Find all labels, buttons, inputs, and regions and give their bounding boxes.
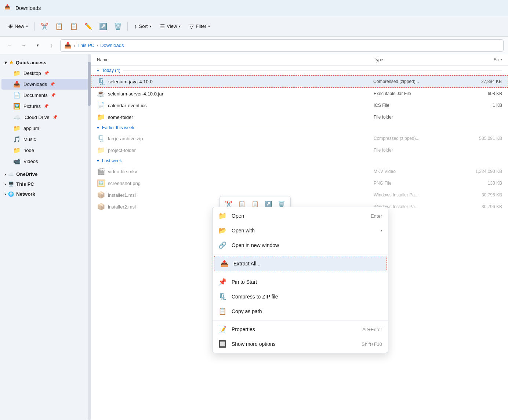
pin-icon: 📌 — [44, 71, 49, 76]
file-label-png: screenshot.png — [108, 181, 141, 186]
file-size-png: 130 KB — [447, 181, 502, 186]
up-button[interactable]: ↑ — [46, 40, 57, 51]
delete-button[interactable]: 🗑️ — [111, 20, 124, 33]
paste-button[interactable]: 📋 — [67, 20, 80, 33]
rename-button[interactable]: ✏️ — [82, 20, 95, 33]
context-menu-newwindow[interactable]: 🔗 Open in new window — [213, 238, 388, 253]
breadcrumb-downloads[interactable]: Downloads — [100, 43, 124, 48]
file-size-ics: 1 KB — [447, 103, 502, 108]
folder2-icon: 📁 — [97, 146, 105, 154]
new-button[interactable]: ⊕ New ▾ — [4, 21, 32, 32]
section-earlier[interactable]: ▾ Earlier this week — [91, 123, 508, 133]
file-type-png: PNG File — [374, 181, 447, 186]
sort-button[interactable]: ↕ Sort ▾ — [131, 21, 155, 31]
copypath-label: Copy as path — [232, 308, 382, 314]
sidebar-section-quickaccess[interactable]: ▾ ★ Quick access — [1, 58, 89, 67]
context-menu-divider-3 — [213, 320, 388, 321]
view-label: View — [167, 23, 177, 29]
column-type[interactable]: Type — [374, 57, 447, 62]
breadcrumb-thispc[interactable]: This PC — [77, 43, 94, 48]
copy-button[interactable]: 📋 — [52, 20, 66, 33]
section-line — [123, 70, 502, 71]
file-row-ics[interactable]: 📄 calendar-event.ics ICS File 1 KB — [91, 99, 508, 111]
compress-icon: 🗜️ — [218, 293, 226, 301]
file-row-mkv[interactable]: 🎬 video-file.mkv MKV Video 1,324,090 KB — [91, 166, 508, 177]
openwith-arrow: › — [381, 228, 382, 233]
section-today-chevron: ▾ — [97, 68, 99, 73]
sidebar-section-onedrive[interactable]: › ☁️ OneDrive — [1, 170, 89, 179]
file-row-folder2[interactable]: 📁 project-folder File folder — [91, 144, 508, 156]
context-menu-openwith[interactable]: 📂 Open with › — [213, 223, 388, 238]
sidebar-item-icloud[interactable]: ☁️ iCloud Drive 📌 — [1, 112, 89, 123]
sidebar-section-thispc[interactable]: › 🖥️ This PC — [1, 180, 89, 189]
context-menu-properties[interactable]: 📝 Properties Alt+Enter — [213, 322, 388, 337]
file-row-selenium-zip[interactable]: 🗜️ selenium-java-4.10.0 Compressed (zipp… — [91, 75, 508, 88]
sidebar-item-node[interactable]: 📁 node — [1, 145, 89, 156]
sidebar-item-downloads[interactable]: 📥 Downloads 📌 — [1, 79, 89, 90]
context-menu-moreoptions[interactable]: 🔲 Show more options Shift+F10 — [213, 337, 388, 351]
context-menu-compress[interactable]: 🗜️ Compress to ZIP file — [213, 289, 388, 304]
chevron-right-icon-onedrive: › — [4, 171, 6, 177]
documents-icon: 📄 — [13, 92, 21, 99]
scrollbar-track[interactable] — [88, 54, 91, 420]
section-today[interactable]: ▾ Today (4) — [91, 66, 508, 75]
file-size-jar: 608 KB — [447, 91, 502, 96]
file-size-msi1: 30,796 KB — [447, 192, 502, 198]
sidebar-label-downloads: Downloads — [23, 82, 47, 87]
context-menu: 📁 Open Enter 📂 Open with › 🔗 Open in new… — [212, 207, 388, 353]
sidebar-label-thispc: This PC — [16, 181, 34, 187]
png-icon: 🖼️ — [97, 179, 105, 187]
file-row-folder1[interactable]: 📁 some-folder File folder — [91, 111, 508, 123]
section-line-3 — [125, 161, 502, 161]
folder-icon: 📁 — [13, 70, 21, 77]
file-label-mkv: video-file.mkv — [108, 169, 137, 174]
jar-icon: ☕ — [97, 90, 105, 98]
sidebar-item-documents[interactable]: 📄 Documents 📌 — [1, 90, 89, 101]
section-lastweek[interactable]: ▾ Last week — [91, 156, 508, 166]
cut-button[interactable]: ✂️ — [38, 20, 51, 33]
file-name-png: 🖼️ screenshot.png — [97, 179, 374, 187]
file-row-png[interactable]: 🖼️ screenshot.png PNG File 130 KB — [91, 177, 508, 189]
file-row-bigzip[interactable]: 🗜️ large-archive.zip Compressed (zipped)… — [91, 133, 508, 144]
sort-dropdown-icon: ▾ — [149, 24, 151, 28]
file-label-msi2: installer2.msi — [108, 204, 136, 210]
sidebar-section-network[interactable]: › 🌐 Network — [1, 189, 89, 199]
folder1-icon: 📁 — [97, 113, 105, 121]
context-menu-pinstart[interactable]: 📌 Pin to Start — [213, 275, 388, 289]
file-name-selenium: 🗜️ selenium-java-4.10.0 — [97, 77, 373, 86]
context-menu-copypath[interactable]: 📋 Copy as path — [213, 304, 388, 319]
breadcrumb: 📥 › This PC › Downloads — [60, 39, 504, 52]
recent-button[interactable]: ▾ — [32, 40, 43, 51]
filter-label: Filter — [196, 23, 206, 29]
filter-button[interactable]: ▽ Filter ▾ — [186, 21, 214, 32]
address-bar: ← → ▾ ↑ 📥 › This PC › Downloads — [0, 37, 508, 54]
file-row-msi1[interactable]: 📦 installer1.msi Windows Installer Pa...… — [91, 189, 508, 201]
section-lastweek-label: Last week — [102, 158, 122, 163]
open-icon: 📁 — [218, 212, 226, 220]
sidebar-label-network: Network — [16, 191, 35, 197]
pin-icon-pics: 📌 — [44, 104, 49, 109]
column-name[interactable]: Name — [97, 57, 374, 62]
context-menu-open[interactable]: 📁 Open Enter — [213, 209, 388, 223]
sidebar-item-videos[interactable]: 📹 Videos — [1, 156, 89, 167]
open-label: Open — [232, 213, 366, 219]
sidebar-item-music[interactable]: 🎵 Music — [1, 134, 89, 145]
file-type-bigzip: Compressed (zipped)... — [374, 136, 447, 141]
file-label-folder2: project-folder — [108, 148, 136, 153]
file-row-jar[interactable]: ☕ selenium-server-4.10.0.jar Executable … — [91, 88, 508, 99]
column-size[interactable]: Size — [447, 57, 502, 62]
sidebar-label-node: node — [23, 148, 34, 153]
file-size-selenium: 27,894 KB — [447, 79, 502, 84]
sidebar-item-desktop[interactable]: 📁 Desktop 📌 — [1, 68, 89, 79]
back-button[interactable]: ← — [4, 40, 15, 51]
view-button[interactable]: ☰ View ▾ — [156, 21, 184, 32]
sidebar-item-appium[interactable]: 📁 appium — [1, 123, 89, 134]
file-list-header: Name Type Size — [91, 54, 508, 66]
sidebar-item-pictures[interactable]: 🖼️ Pictures 📌 — [1, 101, 89, 112]
scrollbar-thumb[interactable] — [88, 62, 91, 106]
share-button[interactable]: ↗️ — [97, 20, 110, 33]
toolbar: ⊕ New ▾ ✂️ 📋 📋 ✏️ ↗️ 🗑️ ↕ Sort ▾ ☰ View … — [0, 16, 508, 37]
context-menu-extract[interactable]: 📤 Extract All... — [214, 256, 387, 271]
context-menu-divider-2 — [213, 273, 388, 273]
forward-button[interactable]: → — [18, 40, 29, 51]
